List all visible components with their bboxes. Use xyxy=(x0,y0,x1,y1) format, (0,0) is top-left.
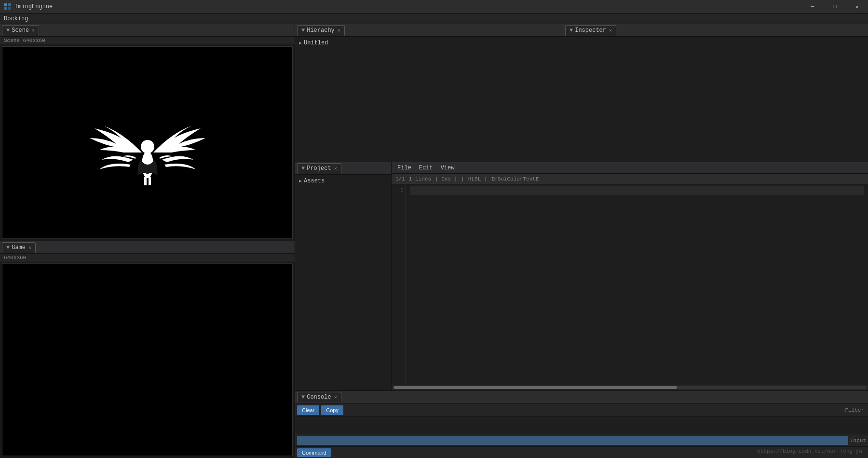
svg-rect-7 xyxy=(149,177,151,185)
svg-rect-1 xyxy=(8,3,11,6)
project-content: ▶ Assets xyxy=(295,175,391,390)
menu-file[interactable]: File xyxy=(393,164,415,172)
title-bar: TmingEngine ─ □ ✕ xyxy=(0,0,868,14)
assets-arrow-icon: ▶ xyxy=(299,178,302,184)
close-button[interactable]: ✕ xyxy=(846,0,868,14)
code-line-1 xyxy=(410,186,864,195)
inspector-tab-icon: ▼ xyxy=(570,27,573,34)
console-content xyxy=(295,417,868,434)
hierarchy-tab[interactable]: ▼ Hierachy ✕ xyxy=(297,25,345,36)
game-viewport xyxy=(2,264,293,456)
editor-body: 1 xyxy=(392,184,868,385)
top-right: ▼ Hierachy ✕ ▶ Unitled ▼ I xyxy=(295,24,868,162)
console-tab-icon: ▼ xyxy=(301,394,305,401)
hierarchy-tab-bar: ▼ Hierachy ✕ xyxy=(295,24,563,37)
scene-tab-bar: ▼ Scene ✕ xyxy=(0,24,295,37)
inspector-panel: ▼ Inspector ✕ xyxy=(563,24,868,162)
copy-button[interactable]: Copy xyxy=(321,405,343,415)
editor-scrollbar[interactable] xyxy=(392,385,868,390)
inspector-tab-bar: ▼ Inspector ✕ xyxy=(563,24,868,37)
editor-line-col: 1/1 xyxy=(395,176,405,182)
docking-bar: Docking xyxy=(0,14,868,24)
hierarchy-item[interactable]: ▶ Unitled xyxy=(297,39,561,47)
hierarchy-tab-label: Hierachy xyxy=(307,27,335,34)
command-button[interactable]: Command xyxy=(297,448,331,457)
menu-view[interactable]: View xyxy=(437,164,459,172)
project-panel: ▼ Project ✕ ▶ Assets xyxy=(295,162,392,390)
scene-tab-close[interactable]: ✕ xyxy=(32,28,35,33)
game-size-label: 640x360 xyxy=(0,254,295,262)
code-area[interactable] xyxy=(406,184,868,385)
svg-rect-6 xyxy=(144,177,147,185)
clear-button[interactable]: Clear xyxy=(297,405,319,415)
game-tab[interactable]: ▼ Game ✕ xyxy=(2,242,36,253)
maximize-button[interactable]: □ xyxy=(824,0,846,14)
scene-tab-label: Scene xyxy=(12,27,29,34)
editor-lexer: ImGuiColorTextE xyxy=(491,176,539,182)
console-toolbar: Clear Copy Filter xyxy=(295,403,868,417)
console-input[interactable] xyxy=(297,436,848,445)
project-tab-bar: ▼ Project ✕ xyxy=(295,162,391,175)
app-icon xyxy=(4,3,12,11)
scene-viewport xyxy=(2,46,293,239)
editor-scrollbar-track xyxy=(393,386,866,389)
console-input-row: Input xyxy=(295,434,868,446)
hierarchy-item-label: Unitled xyxy=(304,40,328,46)
svg-rect-0 xyxy=(4,3,7,6)
inspector-tab-close[interactable]: ✕ xyxy=(609,28,612,33)
line-number-1: 1 xyxy=(393,186,404,195)
game-tab-close[interactable]: ✕ xyxy=(28,245,31,250)
project-tab-label: Project xyxy=(307,165,331,172)
editor-menu-bar: File Edit View xyxy=(392,162,868,174)
project-tab-icon: ▼ xyxy=(301,165,305,172)
console-tab-close[interactable]: ✕ xyxy=(334,394,337,400)
app-title: TmingEngine xyxy=(14,3,53,10)
minimize-button[interactable]: ─ xyxy=(801,0,824,14)
game-tab-label: Game xyxy=(12,244,26,251)
hierarchy-arrow-icon: ▶ xyxy=(299,40,302,46)
scene-tab[interactable]: ▼ Scene ✕ xyxy=(2,25,39,36)
watermark: https://blog.csdn.net/nan_feng_yu xyxy=(757,448,862,454)
inspector-tab[interactable]: ▼ Inspector ✕ xyxy=(565,25,616,36)
console-tab-label: Console xyxy=(307,394,331,401)
scene-panel: ▼ Scene ✕ Scene 640x360 xyxy=(0,24,295,241)
docking-label: Docking xyxy=(4,15,28,22)
hierarchy-content: ▶ Unitled xyxy=(295,37,563,162)
hierarchy-panel: ▼ Hierachy ✕ ▶ Unitled xyxy=(295,24,563,162)
console-tab[interactable]: ▼ Console ✕ xyxy=(297,392,341,402)
game-tab-icon: ▼ xyxy=(6,244,10,251)
scene-tab-icon: ▼ xyxy=(6,27,10,34)
filter-label: Filter xyxy=(845,407,864,413)
editor-line-count: 1 lines xyxy=(409,176,431,182)
editor-scrollbar-thumb[interactable] xyxy=(393,386,677,389)
middle-right: ▼ Project ✕ ▶ Assets File Edit xyxy=(295,162,868,390)
main-layout: ▼ Scene ✕ Scene 640x360 xyxy=(0,24,868,458)
svg-rect-2 xyxy=(4,7,7,10)
hierarchy-tab-close[interactable]: ✕ xyxy=(338,28,340,33)
editor-ins: | Ins | xyxy=(435,176,457,182)
game-panel: ▼ Game ✕ 640x360 xyxy=(0,241,295,458)
console-tab-bar: ▼ Console ✕ xyxy=(295,391,868,403)
project-item-assets[interactable]: ▶ Assets xyxy=(297,177,389,185)
project-tab-close[interactable]: ✕ xyxy=(334,166,337,171)
svg-rect-3 xyxy=(8,7,11,10)
hierarchy-tab-icon: ▼ xyxy=(301,27,305,34)
project-tab[interactable]: ▼ Project ✕ xyxy=(297,163,341,174)
line-numbers: 1 xyxy=(392,184,406,385)
left-panel: ▼ Scene ✕ Scene 640x360 xyxy=(0,24,295,458)
console-input-label: Input xyxy=(850,438,866,444)
svg-point-5 xyxy=(141,140,154,153)
menu-edit[interactable]: Edit xyxy=(415,164,437,172)
editor-hlsl: HLSL | xyxy=(468,176,488,182)
game-tab-bar: ▼ Game ✕ xyxy=(0,241,295,254)
window-controls: ─ □ ✕ xyxy=(801,0,868,14)
console-panel: ▼ Console ✕ Clear Copy Filter Input Comm… xyxy=(295,390,868,458)
editor-sep: | xyxy=(461,176,464,182)
scene-image xyxy=(66,90,230,196)
inspector-tab-label: Inspector xyxy=(575,27,606,34)
scene-size-label: Scene 640x360 xyxy=(0,37,295,44)
editor-panel: File Edit View 1/1 1 lines | Ins | | HLS… xyxy=(392,162,868,390)
right-area: ▼ Hierachy ✕ ▶ Unitled ▼ I xyxy=(295,24,868,458)
assets-label: Assets xyxy=(304,178,325,184)
inspector-content xyxy=(563,37,868,162)
